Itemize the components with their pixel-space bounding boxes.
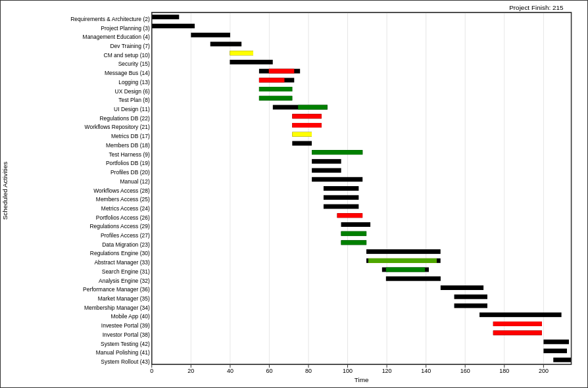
bar-row-36	[543, 339, 569, 344]
label-row-7: Logging (13)	[118, 79, 150, 85]
bar-row-4-yellow	[230, 51, 253, 55]
label-row-22: Portfolios Access (26)	[96, 214, 150, 221]
label-row-2: Management Education (4)	[83, 34, 150, 40]
label-row-16: Portfolios DB (19)	[106, 160, 150, 166]
bar-row-8-green	[259, 87, 292, 91]
y-axis-label: Scheduled Activities	[1, 162, 9, 220]
bar-row-26	[366, 249, 441, 254]
label-row-20: Members Access (25)	[96, 196, 150, 203]
bar-row-24-green	[341, 231, 367, 236]
label-row-35: Investor Portal (38)	[103, 331, 150, 338]
label-row-24: Profiles Access (27)	[101, 232, 150, 239]
label-row-9: Test Plan (8)	[118, 97, 150, 103]
bar-row-16	[312, 159, 341, 164]
bar-row-32	[454, 303, 487, 308]
bar-row-6-red	[269, 69, 295, 74]
label-row-36: System Testing (42)	[101, 341, 150, 347]
bar-row-19	[324, 186, 358, 191]
bar-row-29	[386, 276, 441, 281]
bar-row-3	[210, 41, 241, 46]
label-row-29: Analysis Engine (32)	[99, 278, 150, 284]
bar-row-27-green	[368, 258, 437, 263]
label-row-12: Workflows Repository (21)	[85, 124, 150, 130]
bar-row-30	[441, 285, 483, 290]
label-row-11: Regulations DB (22)	[99, 115, 149, 122]
bar-row-12-red	[292, 123, 322, 128]
bar-row-22-red	[337, 213, 363, 218]
label-row-31: Market Manager (35)	[98, 295, 150, 302]
x-axis-label: Time	[355, 376, 369, 383]
label-row-34: Investee Portal (39)	[101, 322, 150, 329]
bar-row-31	[454, 295, 487, 299]
svg-text:200: 200	[539, 368, 549, 374]
bar-row-21	[324, 205, 358, 209]
bar-row-33	[479, 312, 562, 317]
label-row-5: Security (15)	[118, 61, 150, 67]
bar-row-17	[312, 168, 341, 173]
label-row-30: Performance Manager (36)	[83, 286, 150, 293]
chart-title: Project Finish: 215	[509, 4, 564, 11]
label-row-0: Requirements & Architecture (2)	[70, 16, 150, 22]
gantt-chart: Project Finish: 215 Scheduled Activities…	[0, 0, 588, 388]
bar-row-9-green	[259, 96, 292, 101]
bar-row-25-green	[341, 240, 367, 245]
label-row-1: Project Planning (3)	[101, 25, 150, 32]
label-row-23: Regulations Access (29)	[89, 223, 150, 230]
svg-text:60: 60	[266, 368, 272, 374]
label-row-27: Abstract Manager (33)	[94, 259, 149, 266]
svg-rect-0	[1, 1, 587, 387]
bar-row-20	[324, 195, 358, 200]
label-row-15: Test Harness (9)	[109, 151, 150, 158]
label-row-28: Search Engine (31)	[102, 268, 150, 275]
bar-row-14	[292, 141, 312, 145]
label-row-38: System Rollout (43)	[101, 358, 150, 365]
label-row-6: Message Bus (14)	[105, 70, 150, 76]
label-row-4: CM and setup (10)	[104, 52, 150, 59]
bar-row-15-green	[312, 150, 362, 155]
label-row-21: Metrics Access (24)	[101, 205, 150, 212]
label-row-18: Manual (12)	[120, 178, 150, 185]
bar-row-10-green	[298, 105, 328, 110]
label-row-37: Manual Polishing (41)	[96, 349, 150, 356]
label-row-14: Members DB (18)	[106, 142, 150, 149]
svg-text:80: 80	[305, 368, 312, 374]
label-row-32: Membership Manager (34)	[84, 304, 150, 311]
bar-row-13-yellow	[292, 132, 312, 137]
bar-row-1	[152, 24, 195, 28]
bar-row-28-green	[386, 268, 425, 272]
svg-text:180: 180	[499, 368, 509, 374]
bar-row-35-red	[493, 331, 542, 335]
svg-text:120: 120	[382, 368, 392, 374]
svg-text:40: 40	[227, 368, 233, 374]
svg-text:0: 0	[150, 368, 153, 374]
bar-row-18	[312, 177, 362, 182]
label-row-8: UX Design (6)	[115, 88, 150, 95]
bar-row-38	[553, 358, 572, 362]
label-row-17: Profiles DB (20)	[110, 169, 150, 176]
label-row-33: Mobile App (40)	[110, 313, 149, 320]
label-row-25: Data Migration (23)	[102, 241, 150, 248]
svg-text:100: 100	[343, 368, 353, 374]
bar-row-0	[152, 14, 180, 19]
label-row-19: Workflows Access (28)	[93, 187, 150, 194]
svg-text:140: 140	[421, 368, 431, 374]
bar-row-7-red	[259, 78, 285, 82]
bar-row-11-red	[292, 114, 322, 118]
svg-text:160: 160	[460, 368, 470, 374]
bar-row-37	[543, 349, 567, 353]
label-row-10: UI Design (11)	[114, 106, 150, 112]
bar-row-5	[230, 60, 272, 64]
label-row-13: Metrics DB (17)	[111, 133, 150, 139]
bar-row-34-red	[493, 322, 542, 326]
bar-row-23	[341, 222, 371, 227]
label-row-26: Regulations Engine (30)	[90, 250, 150, 256]
label-row-3: Dev Training (7)	[110, 43, 149, 49]
bar-row-2	[191, 33, 230, 37]
svg-text:20: 20	[187, 368, 194, 374]
